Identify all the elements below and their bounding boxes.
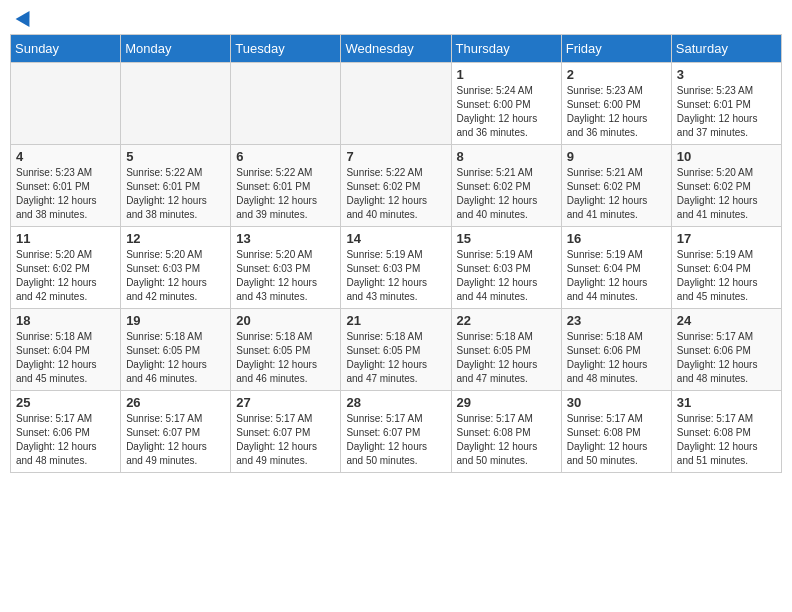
day-number: 28 — [346, 395, 445, 410]
calendar-day-cell: 27Sunrise: 5:17 AMSunset: 6:07 PMDayligh… — [231, 391, 341, 473]
calendar-day-cell: 28Sunrise: 5:17 AMSunset: 6:07 PMDayligh… — [341, 391, 451, 473]
calendar-header-row: SundayMondayTuesdayWednesdayThursdayFrid… — [11, 35, 782, 63]
day-of-week-header: Sunday — [11, 35, 121, 63]
day-number: 17 — [677, 231, 776, 246]
day-number: 4 — [16, 149, 115, 164]
day-number: 15 — [457, 231, 556, 246]
day-number: 19 — [126, 313, 225, 328]
calendar-day-cell: 12Sunrise: 5:20 AMSunset: 6:03 PMDayligh… — [121, 227, 231, 309]
day-number: 14 — [346, 231, 445, 246]
day-of-week-header: Thursday — [451, 35, 561, 63]
calendar-table: SundayMondayTuesdayWednesdayThursdayFrid… — [10, 34, 782, 473]
calendar-week-row: 18Sunrise: 5:18 AMSunset: 6:04 PMDayligh… — [11, 309, 782, 391]
day-info: Sunrise: 5:22 AMSunset: 6:01 PMDaylight:… — [236, 166, 335, 222]
day-info: Sunrise: 5:17 AMSunset: 6:06 PMDaylight:… — [677, 330, 776, 386]
day-info: Sunrise: 5:22 AMSunset: 6:01 PMDaylight:… — [126, 166, 225, 222]
calendar-day-cell: 30Sunrise: 5:17 AMSunset: 6:08 PMDayligh… — [561, 391, 671, 473]
calendar-day-cell: 21Sunrise: 5:18 AMSunset: 6:05 PMDayligh… — [341, 309, 451, 391]
day-info: Sunrise: 5:17 AMSunset: 6:06 PMDaylight:… — [16, 412, 115, 468]
day-number: 5 — [126, 149, 225, 164]
day-of-week-header: Tuesday — [231, 35, 341, 63]
calendar-week-row: 25Sunrise: 5:17 AMSunset: 6:06 PMDayligh… — [11, 391, 782, 473]
calendar-week-row: 1Sunrise: 5:24 AMSunset: 6:00 PMDaylight… — [11, 63, 782, 145]
day-number: 11 — [16, 231, 115, 246]
day-info: Sunrise: 5:17 AMSunset: 6:08 PMDaylight:… — [677, 412, 776, 468]
calendar-day-cell: 14Sunrise: 5:19 AMSunset: 6:03 PMDayligh… — [341, 227, 451, 309]
calendar-day-cell: 1Sunrise: 5:24 AMSunset: 6:00 PMDaylight… — [451, 63, 561, 145]
day-of-week-header: Saturday — [671, 35, 781, 63]
day-info: Sunrise: 5:20 AMSunset: 6:02 PMDaylight:… — [677, 166, 776, 222]
day-info: Sunrise: 5:17 AMSunset: 6:07 PMDaylight:… — [236, 412, 335, 468]
day-number: 12 — [126, 231, 225, 246]
day-info: Sunrise: 5:19 AMSunset: 6:04 PMDaylight:… — [677, 248, 776, 304]
day-number: 10 — [677, 149, 776, 164]
day-of-week-header: Friday — [561, 35, 671, 63]
day-info: Sunrise: 5:18 AMSunset: 6:05 PMDaylight:… — [457, 330, 556, 386]
calendar-day-cell: 16Sunrise: 5:19 AMSunset: 6:04 PMDayligh… — [561, 227, 671, 309]
calendar-day-cell: 19Sunrise: 5:18 AMSunset: 6:05 PMDayligh… — [121, 309, 231, 391]
day-number: 18 — [16, 313, 115, 328]
day-info: Sunrise: 5:18 AMSunset: 6:05 PMDaylight:… — [126, 330, 225, 386]
day-info: Sunrise: 5:17 AMSunset: 6:08 PMDaylight:… — [567, 412, 666, 468]
day-number: 13 — [236, 231, 335, 246]
calendar-day-cell: 23Sunrise: 5:18 AMSunset: 6:06 PMDayligh… — [561, 309, 671, 391]
day-of-week-header: Monday — [121, 35, 231, 63]
calendar-day-cell: 15Sunrise: 5:19 AMSunset: 6:03 PMDayligh… — [451, 227, 561, 309]
calendar-day-cell: 2Sunrise: 5:23 AMSunset: 6:00 PMDaylight… — [561, 63, 671, 145]
calendar-day-cell — [121, 63, 231, 145]
calendar-day-cell: 9Sunrise: 5:21 AMSunset: 6:02 PMDaylight… — [561, 145, 671, 227]
day-info: Sunrise: 5:22 AMSunset: 6:02 PMDaylight:… — [346, 166, 445, 222]
calendar-week-row: 4Sunrise: 5:23 AMSunset: 6:01 PMDaylight… — [11, 145, 782, 227]
day-number: 25 — [16, 395, 115, 410]
calendar-day-cell: 26Sunrise: 5:17 AMSunset: 6:07 PMDayligh… — [121, 391, 231, 473]
day-info: Sunrise: 5:18 AMSunset: 6:04 PMDaylight:… — [16, 330, 115, 386]
day-number: 1 — [457, 67, 556, 82]
calendar-week-row: 11Sunrise: 5:20 AMSunset: 6:02 PMDayligh… — [11, 227, 782, 309]
day-number: 30 — [567, 395, 666, 410]
calendar-day-cell: 3Sunrise: 5:23 AMSunset: 6:01 PMDaylight… — [671, 63, 781, 145]
day-info: Sunrise: 5:20 AMSunset: 6:02 PMDaylight:… — [16, 248, 115, 304]
logo — [15, 10, 34, 24]
calendar-day-cell: 7Sunrise: 5:22 AMSunset: 6:02 PMDaylight… — [341, 145, 451, 227]
day-info: Sunrise: 5:18 AMSunset: 6:05 PMDaylight:… — [346, 330, 445, 386]
day-number: 3 — [677, 67, 776, 82]
calendar-day-cell: 10Sunrise: 5:20 AMSunset: 6:02 PMDayligh… — [671, 145, 781, 227]
day-info: Sunrise: 5:23 AMSunset: 6:01 PMDaylight:… — [677, 84, 776, 140]
day-number: 29 — [457, 395, 556, 410]
day-info: Sunrise: 5:21 AMSunset: 6:02 PMDaylight:… — [457, 166, 556, 222]
calendar-day-cell: 6Sunrise: 5:22 AMSunset: 6:01 PMDaylight… — [231, 145, 341, 227]
calendar-day-cell: 25Sunrise: 5:17 AMSunset: 6:06 PMDayligh… — [11, 391, 121, 473]
day-info: Sunrise: 5:20 AMSunset: 6:03 PMDaylight:… — [126, 248, 225, 304]
day-info: Sunrise: 5:20 AMSunset: 6:03 PMDaylight:… — [236, 248, 335, 304]
day-info: Sunrise: 5:17 AMSunset: 6:08 PMDaylight:… — [457, 412, 556, 468]
calendar-day-cell: 5Sunrise: 5:22 AMSunset: 6:01 PMDaylight… — [121, 145, 231, 227]
day-info: Sunrise: 5:23 AMSunset: 6:01 PMDaylight:… — [16, 166, 115, 222]
calendar-day-cell — [11, 63, 121, 145]
calendar-day-cell: 13Sunrise: 5:20 AMSunset: 6:03 PMDayligh… — [231, 227, 341, 309]
day-info: Sunrise: 5:19 AMSunset: 6:03 PMDaylight:… — [457, 248, 556, 304]
day-info: Sunrise: 5:24 AMSunset: 6:00 PMDaylight:… — [457, 84, 556, 140]
calendar-day-cell — [231, 63, 341, 145]
day-number: 31 — [677, 395, 776, 410]
calendar-day-cell: 29Sunrise: 5:17 AMSunset: 6:08 PMDayligh… — [451, 391, 561, 473]
calendar-day-cell: 31Sunrise: 5:17 AMSunset: 6:08 PMDayligh… — [671, 391, 781, 473]
calendar-day-cell — [341, 63, 451, 145]
calendar-day-cell: 20Sunrise: 5:18 AMSunset: 6:05 PMDayligh… — [231, 309, 341, 391]
day-info: Sunrise: 5:21 AMSunset: 6:02 PMDaylight:… — [567, 166, 666, 222]
day-number: 26 — [126, 395, 225, 410]
day-info: Sunrise: 5:17 AMSunset: 6:07 PMDaylight:… — [346, 412, 445, 468]
day-number: 16 — [567, 231, 666, 246]
calendar-day-cell: 22Sunrise: 5:18 AMSunset: 6:05 PMDayligh… — [451, 309, 561, 391]
calendar-day-cell: 24Sunrise: 5:17 AMSunset: 6:06 PMDayligh… — [671, 309, 781, 391]
day-number: 27 — [236, 395, 335, 410]
day-info: Sunrise: 5:19 AMSunset: 6:03 PMDaylight:… — [346, 248, 445, 304]
day-number: 20 — [236, 313, 335, 328]
calendar-day-cell: 8Sunrise: 5:21 AMSunset: 6:02 PMDaylight… — [451, 145, 561, 227]
day-info: Sunrise: 5:23 AMSunset: 6:00 PMDaylight:… — [567, 84, 666, 140]
day-number: 7 — [346, 149, 445, 164]
day-number: 9 — [567, 149, 666, 164]
day-number: 21 — [346, 313, 445, 328]
day-info: Sunrise: 5:18 AMSunset: 6:05 PMDaylight:… — [236, 330, 335, 386]
day-info: Sunrise: 5:17 AMSunset: 6:07 PMDaylight:… — [126, 412, 225, 468]
day-info: Sunrise: 5:18 AMSunset: 6:06 PMDaylight:… — [567, 330, 666, 386]
